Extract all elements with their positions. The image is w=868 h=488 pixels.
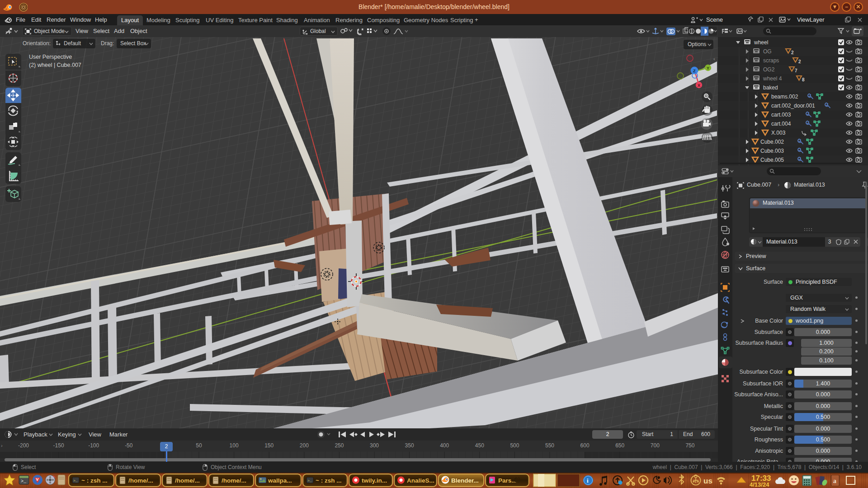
svg-text:scraps: scraps	[763, 57, 779, 64]
svg-text:~ : zsh ...: ~ : zsh ...	[316, 477, 341, 484]
svg-text:/home/...: /home/...	[175, 477, 200, 484]
svg-text:wheel 4: wheel 4	[763, 75, 782, 82]
svg-text:Z: Z	[693, 68, 696, 73]
svg-text:OG: OG	[763, 48, 772, 55]
svg-text:Cube.002: Cube.002	[760, 139, 784, 145]
svg-text:~ : zsh ...: ~ : zsh ...	[81, 477, 107, 484]
svg-text:/home/...: /home/...	[128, 477, 153, 484]
svg-text:>_: >_	[307, 479, 312, 483]
svg-text:cart.004: cart.004	[771, 121, 791, 127]
svg-text:wheel: wheel	[754, 39, 768, 46]
svg-text:‹: ‹	[713, 56, 715, 61]
svg-text:X: X	[698, 83, 700, 88]
svg-text:>_: >_	[21, 479, 27, 484]
svg-text:7: 7	[795, 68, 797, 73]
svg-text:beams.002: beams.002	[771, 94, 798, 100]
svg-text:X.003: X.003	[771, 130, 786, 136]
svg-text:Pars...: Pars...	[498, 477, 517, 484]
svg-text:a: a	[833, 478, 836, 484]
svg-text:cart.003: cart.003	[771, 112, 791, 118]
svg-text:i: i	[587, 477, 589, 484]
svg-text:Cube.005: Cube.005	[760, 157, 784, 163]
svg-text:baked: baked	[763, 84, 778, 91]
svg-text:cart.002_door.001: cart.002_door.001	[771, 103, 815, 109]
svg-text:2: 2	[798, 59, 801, 64]
svg-text:twily.in...: twily.in...	[362, 477, 387, 484]
svg-text:OG2: OG2	[763, 66, 775, 73]
svg-text:/home/...: /home/...	[222, 477, 246, 484]
svg-text:Y: Y	[707, 66, 709, 70]
svg-text:AnalieS...: AnalieS...	[407, 477, 434, 484]
svg-text:Blender...: Blender...	[451, 477, 479, 484]
svg-text:2: 2	[791, 50, 794, 55]
svg-text:Cube.003: Cube.003	[760, 148, 784, 154]
svg-text:8: 8	[802, 77, 805, 82]
svg-text:wallpa...: wallpa...	[268, 477, 292, 484]
svg-text:4/13/24: 4/13/24	[750, 481, 769, 488]
svg-text:V: V	[36, 477, 39, 482]
svg-text:>_: >_	[73, 479, 78, 483]
svg-text:us: us	[703, 477, 712, 485]
